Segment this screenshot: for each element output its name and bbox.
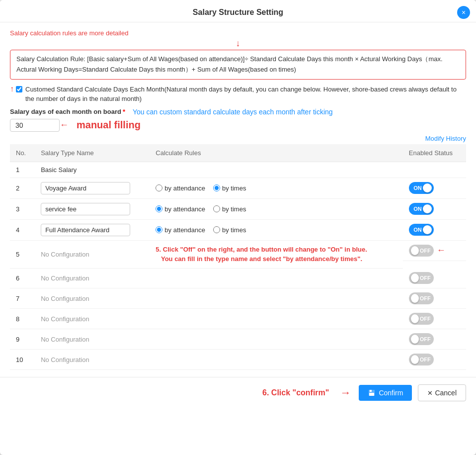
table-row: 8 No Configuration OFF [10,309,466,329]
salary-name-input[interactable] [41,182,130,194]
table-row: 4 by attendance by times [10,219,466,240]
toggle-on[interactable]: ON [409,182,434,194]
modal-body: Salary calculation rules are more detail… [0,22,476,377]
enabled-status: OFF [403,329,466,350]
row5-annotation: 5. Click "Off" on the right, and the but… [156,245,397,264]
toggle-on[interactable]: ON [409,224,434,236]
radio-group: by attendance by times [156,184,397,192]
salary-name: No Configuration [35,309,150,329]
col-name: Salary Type Name [35,144,150,162]
modify-history-link[interactable]: Modify History [10,135,466,142]
row-no: 1 [10,162,35,178]
toggle-off[interactable]: OFF [409,272,434,284]
radio-attendance[interactable] [156,205,162,212]
enabled-status: OFF ← [403,241,466,261]
tip-arrow: ↓ [10,39,466,48]
row-no: 5 [10,240,35,268]
radio-times[interactable] [213,184,220,191]
salary-name: No Configuration [35,350,150,370]
calculate-rules [150,309,402,329]
checkbox-row: ↑ Customed Standard Calculate Days Each … [10,85,466,104]
row-no: 6 [10,268,35,288]
radio-attendance-label[interactable]: by attendance [156,205,205,213]
table-header-row: No. Salary Type Name Calculate Rules Ena… [10,144,466,162]
row-no: 8 [10,309,35,329]
enabled-status: ON [403,178,466,198]
salary-name: Basic Salary [35,162,150,178]
radio-times-label[interactable]: by times [213,184,246,192]
calculate-rules: by attendance by times [150,178,402,198]
modal-title: Salary Structure Setting [193,8,283,16]
calculate-rules: 5. Click "Off" on the right, and the but… [150,240,402,268]
cancel-button[interactable]: ✕ Cancel [418,384,466,401]
radio-times-label[interactable]: by times [213,226,246,234]
enabled-status: ON [403,219,466,240]
svg-rect-1 [370,390,372,392]
calculate-rules: by attendance by times [150,219,402,240]
tip-text: Salary calculation rules are more detail… [10,29,466,37]
days-input[interactable] [10,119,60,132]
col-no: No. [10,144,35,162]
radio-times-label[interactable]: by times [213,205,246,213]
manual-fill-label: manual filling [77,119,141,131]
calculate-rules [150,350,402,370]
radio-group: by attendance by times [156,205,397,213]
toggle-off[interactable]: OFF [409,333,434,345]
radio-times[interactable] [213,226,220,233]
table-row: 3 by attendance by times [10,198,466,219]
salary-structure-modal: Salary Structure Setting × Salary calcul… [0,0,476,455]
checkbox-label[interactable]: Customed Standard Calculate Days Each Mo… [25,85,466,104]
table-row: 6 No Configuration OFF [10,268,466,288]
radio-group: by attendance by times [156,226,397,234]
radio-times[interactable] [213,205,220,212]
row-no: 2 [10,178,35,198]
table-row: 2 by attendance by times [10,178,466,198]
enabled-status: ON [403,198,466,219]
rule-box: Salary Calculation Rule: [Basic salary+S… [10,50,466,80]
cancel-icon: ✕ [427,389,433,397]
salary-name-input[interactable] [41,203,130,215]
calculate-rules [150,329,402,350]
table-row: 5 No Configuration 5. Click "Off" on the… [10,240,466,268]
salary-name [35,198,150,219]
calculate-rules [150,268,402,288]
col-status: Enabled Status [403,144,466,162]
toggle-off[interactable]: OFF [409,313,434,325]
table-row: 1 Basic Salary [10,162,466,178]
toggle-off[interactable]: OFF [409,292,434,304]
salary-table: No. Salary Type Name Calculate Rules Ena… [10,144,466,370]
svg-rect-2 [369,393,374,396]
toggle-off[interactable]: OFF [409,354,434,365]
radio-attendance[interactable] [156,184,162,191]
radio-attendance-label[interactable]: by attendance [156,226,205,234]
enabled-status [403,162,466,178]
days-input-row: ← manual filling [10,119,466,132]
enabled-status: OFF [403,350,466,370]
toggle-off[interactable]: OFF [409,245,434,257]
radio-attendance-label[interactable]: by attendance [156,184,205,192]
confirm-button[interactable]: Confirm [359,385,412,401]
salary-name: No Configuration [35,288,150,309]
table-row: 9 No Configuration OFF [10,329,466,350]
enabled-status: OFF [403,268,466,288]
footer-arrow: → [340,386,351,399]
toggle-on[interactable]: ON [409,203,434,215]
calculate-rules: by attendance by times [150,198,402,219]
radio-attendance[interactable] [156,226,162,233]
table-row: 10 No Configuration OFF [10,350,466,370]
custom-days-checkbox[interactable] [16,86,22,93]
close-button[interactable]: × [457,6,470,19]
table-row: 7 No Configuration OFF [10,288,466,309]
calculate-rules [150,288,402,309]
section-label: Salary days of each month on board * You… [10,108,466,116]
row-no: 4 [10,219,35,240]
enabled-status: OFF [403,288,466,309]
salary-name [35,219,150,240]
salary-name: No Configuration [35,240,150,268]
row-no: 3 [10,198,35,219]
modal-footer: 6. Click "confirm" → Confirm ✕ Cancel [0,377,476,408]
footer-annotation: 6. Click "confirm" [262,388,329,397]
salary-table-container: No. Salary Type Name Calculate Rules Ena… [10,144,466,370]
salary-name-input[interactable] [41,224,130,236]
calculate-rules [150,162,402,178]
